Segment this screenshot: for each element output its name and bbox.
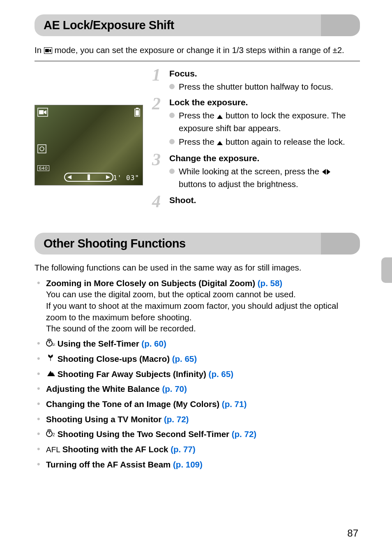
step-1: 1 Focus. Press the shutter button halfwa… (154, 69, 360, 93)
t: Shooting Using the Two Second Self-Timer (55, 429, 232, 439)
svg-text:10: 10 (52, 342, 55, 347)
af-lock-icon: AFL (46, 444, 60, 455)
section-heading-other-functions: Other Shooting Functions (35, 233, 360, 255)
step-number: 3 (152, 150, 161, 169)
intro-paragraph: In mode, you can set the exposure or cha… (35, 44, 360, 57)
divider (35, 61, 360, 61)
movie-mode-icon (44, 45, 52, 57)
t: Press the (179, 137, 217, 146)
step-3: 3 Change the exposure. While looking at … (154, 153, 360, 190)
step-bullet: Press the button to lock the exposure. T… (169, 110, 360, 134)
page-link[interactable]: (p. 70) (162, 384, 187, 393)
step-4: 4 Shoot. (154, 195, 360, 205)
page-link[interactable]: (p. 72) (232, 429, 256, 439)
step-number: 4 (152, 192, 161, 211)
photo-time: 1' 03" (113, 174, 139, 182)
func-title: Shooting Using a TV Monitor (46, 414, 164, 424)
list-item: Shooting Close-ups (Macro) (p. 65) (35, 353, 360, 365)
svg-marker-16 (322, 169, 326, 175)
left-right-arrow-icon (322, 167, 331, 178)
page-link[interactable]: (p. 72) (164, 414, 189, 424)
page-link[interactable]: (p. 71) (222, 399, 247, 409)
self-timer-2-icon: 2 (46, 428, 55, 440)
side-tab (381, 257, 392, 283)
step-title: Lock the exposure. (169, 97, 360, 107)
svg-rect-1 (45, 49, 49, 52)
page-link[interactable]: (p. 77) (171, 444, 195, 454)
list-item: 10 Using the Self-Timer (p. 60) (35, 338, 360, 349)
macro-icon (46, 353, 55, 365)
heading-text: Other Shooting Functions (44, 237, 351, 250)
bullet-text: Press the button again to release the lo… (179, 136, 345, 149)
svg-marker-14 (217, 115, 223, 119)
svg-rect-9 (38, 145, 46, 153)
list-item: 2 Shooting Using the Two Second Self-Tim… (35, 428, 360, 440)
svg-rect-8 (136, 110, 139, 116)
step-bullet: Press the button again to release the lo… (169, 136, 360, 149)
t: Press the (179, 111, 217, 120)
page-link[interactable]: (p. 58) (258, 278, 282, 288)
list-item: AFL Shooting with the AF Lock (p. 77) (35, 444, 360, 455)
t: Using the Self-Timer (55, 339, 141, 348)
page-link[interactable]: (p. 65) (209, 369, 233, 379)
battery-icon (134, 108, 140, 119)
t: Shooting Close-ups (Macro) (55, 354, 172, 363)
svg-point-10 (40, 147, 44, 151)
page-link[interactable]: (p. 60) (141, 339, 166, 348)
svg-rect-13 (88, 174, 90, 180)
t: buttons to adjust the brightness. (179, 179, 298, 189)
heading-text: AE Lock/Exposure Shift (44, 19, 351, 32)
svg-marker-5 (44, 110, 46, 114)
func-title: Turning off the AF Assist Beam (46, 460, 173, 469)
list-item: Adjusting the White Balance (p. 70) (35, 383, 360, 395)
intro-post: mode, you can set the exposure or change… (52, 45, 344, 55)
page-number: 87 (347, 528, 358, 539)
mode-indicator-icon (37, 144, 46, 155)
bullet-icon (169, 113, 175, 118)
svg-marker-12 (106, 175, 110, 179)
page-link[interactable]: (p. 109) (173, 460, 203, 469)
t: button again to release the lock. (223, 137, 345, 146)
list-item: Changing the Tone of an Image (My Colors… (35, 398, 360, 410)
func-title: AFL Shooting with the AF Lock (46, 444, 171, 454)
func-title: 10 Using the Self-Timer (46, 339, 141, 348)
func-title: Adjusting the White Balance (46, 384, 162, 393)
example-photo: 640 1' 03" (35, 105, 143, 185)
list-item: Shooting Using a TV Monitor (p. 72) (35, 414, 360, 425)
step-number: 2 (152, 94, 161, 113)
func-title: Zooming in More Closely on Subjects (Dig… (46, 278, 258, 288)
step-bullet: While looking at the screen, press the b… (169, 166, 360, 190)
func-title: Shooting Close-ups (Macro) (46, 354, 172, 363)
section-heading-ae-lock: AE Lock/Exposure Shift (35, 14, 360, 36)
up-arrow-icon (217, 137, 223, 149)
self-timer-10-icon: 10 (46, 338, 55, 349)
svg-marker-11 (67, 175, 71, 179)
svg-marker-17 (327, 169, 330, 175)
up-arrow-icon (217, 111, 223, 123)
func-title: 2 Shooting Using the Two Second Self-Tim… (46, 429, 232, 439)
list-item: Turning off the AF Assist Beam (p. 109) (35, 459, 360, 470)
functions-intro: The following functions can be used in t… (35, 263, 360, 273)
list-item: Shooting Far Away Subjects (Infinity) (p… (35, 368, 360, 380)
functions-list: Zooming in More Closely on Subjects (Dig… (35, 278, 360, 470)
steps-column: 1 Focus. Press the shutter button halfwa… (154, 69, 360, 210)
bullet-icon (169, 169, 175, 174)
movie-rec-icon (37, 108, 48, 119)
list-item: Zooming in More Closely on Subjects (Dig… (35, 278, 360, 334)
step-number: 1 (152, 65, 161, 85)
svg-marker-15 (217, 141, 223, 145)
step-bullet: Press the shutter button halfway to focu… (169, 81, 360, 93)
step-2: 2 Lock the exposure. Press the button to… (154, 97, 360, 148)
svg-rect-4 (39, 110, 44, 114)
t: While looking at the screen, press the (179, 167, 322, 176)
bullet-icon (169, 139, 175, 144)
bullet-text: Press the shutter button halfway to focu… (179, 81, 333, 93)
step-title: Change the exposure. (169, 153, 360, 163)
func-desc: You can use the digital zoom, but the op… (46, 289, 338, 333)
step-title: Focus. (169, 69, 360, 79)
intro-pre: In (35, 45, 44, 55)
page-link[interactable]: (p. 65) (172, 354, 197, 363)
exposure-shift-bar (64, 173, 113, 182)
func-title: Changing the Tone of an Image (My Colors… (46, 399, 222, 409)
t: Shooting Far Away Subjects (Infinity) (55, 369, 209, 379)
